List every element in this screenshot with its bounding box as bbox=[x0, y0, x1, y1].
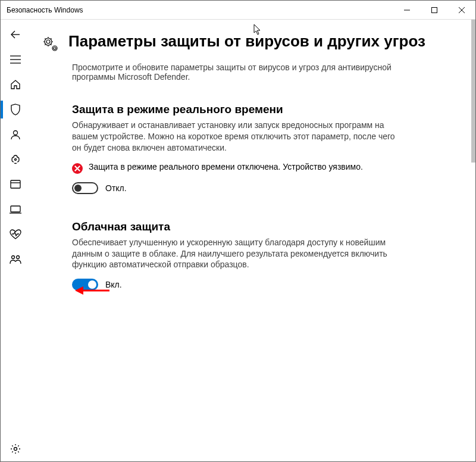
scrollbar[interactable] bbox=[471, 20, 475, 163]
nav-family[interactable] bbox=[1, 247, 30, 272]
svg-point-14 bbox=[12, 256, 15, 259]
realtime-toggle-label: Откл. bbox=[105, 183, 127, 193]
cloud-toggle-label: Вкл. bbox=[105, 280, 122, 289]
nav-firewall[interactable] bbox=[1, 147, 30, 172]
cloud-toggle-row: Вкл. bbox=[72, 279, 405, 291]
svg-line-23 bbox=[45, 38, 46, 39]
cloud-toggle[interactable] bbox=[72, 279, 98, 291]
svg-point-8 bbox=[14, 131, 18, 135]
nav-virus-threat[interactable] bbox=[1, 97, 30, 122]
page-subtitle: Просмотрите и обновите параметры защиты … bbox=[72, 63, 405, 82]
cloud-title: Облачная защита bbox=[72, 220, 405, 233]
realtime-alert-text: Защита в режиме реального времени отключ… bbox=[89, 162, 363, 174]
nav-account[interactable] bbox=[1, 122, 30, 147]
nav-app-browser[interactable] bbox=[1, 172, 30, 197]
titlebar: Безопасность Windows bbox=[1, 1, 475, 20]
minimize-button[interactable] bbox=[393, 1, 421, 20]
window-title: Безопасность Windows bbox=[1, 6, 393, 14]
page-header: Параметры защиты от вирусов и других угр… bbox=[72, 32, 453, 53]
svg-line-25 bbox=[51, 38, 52, 39]
error-icon bbox=[72, 163, 83, 174]
nav-settings[interactable] bbox=[1, 436, 30, 461]
realtime-title: Защита в режиме реального времени bbox=[72, 103, 405, 116]
svg-line-24 bbox=[51, 44, 52, 45]
svg-line-26 bbox=[45, 44, 46, 45]
svg-rect-10 bbox=[11, 180, 20, 188]
svg-point-15 bbox=[17, 256, 20, 259]
section-realtime: Защита в режиме реального времени Обнару… bbox=[72, 103, 405, 194]
content: Параметры защиты от вирусов и других угр… bbox=[30, 20, 475, 461]
svg-rect-12 bbox=[11, 206, 20, 212]
realtime-alert: Защита в режиме реального времени отключ… bbox=[72, 162, 405, 174]
realtime-desc: Обнаруживает и останавливает установку и… bbox=[72, 120, 405, 154]
section-cloud: Облачная защита Обеспечивает улучшенную … bbox=[72, 220, 405, 291]
nav-device-security[interactable] bbox=[1, 197, 30, 222]
cloud-desc: Обеспечивает улучшенную и ускоренную защ… bbox=[72, 237, 405, 271]
svg-point-9 bbox=[15, 159, 17, 161]
svg-point-28 bbox=[52, 46, 57, 51]
gears-icon bbox=[42, 35, 59, 53]
svg-rect-1 bbox=[432, 7, 437, 13]
back-button[interactable] bbox=[1, 22, 30, 47]
svg-point-27 bbox=[54, 47, 56, 49]
hamburger-menu[interactable] bbox=[1, 47, 30, 72]
close-button[interactable] bbox=[448, 1, 475, 20]
body: Параметры защиты от вирусов и других угр… bbox=[1, 20, 475, 461]
nav-home[interactable] bbox=[1, 72, 30, 97]
sidebar bbox=[1, 20, 30, 461]
window: Безопасность Windows bbox=[0, 0, 476, 462]
maximize-button[interactable] bbox=[421, 1, 448, 20]
realtime-toggle-row: Откл. bbox=[72, 182, 405, 194]
svg-point-18 bbox=[45, 38, 52, 45]
realtime-toggle[interactable] bbox=[72, 182, 98, 194]
page-title: Параметры защиты от вирусов и других угр… bbox=[68, 32, 425, 51]
nav-device-health[interactable] bbox=[1, 222, 30, 247]
window-controls bbox=[393, 1, 475, 20]
svg-point-17 bbox=[46, 40, 50, 43]
svg-point-16 bbox=[14, 448, 17, 451]
